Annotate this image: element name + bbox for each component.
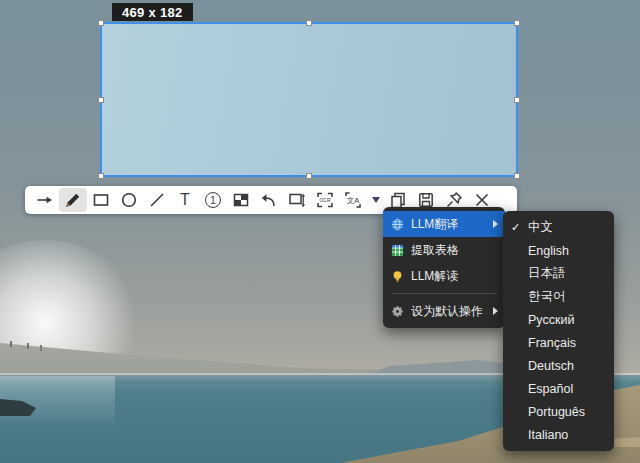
resize-handle-middle-right[interactable] (514, 97, 520, 103)
language-label: 中文 (528, 219, 553, 236)
line-icon (147, 190, 167, 210)
text-tool[interactable]: T (171, 188, 199, 212)
number-badge-icon: 1 (205, 192, 221, 208)
check-icon: ✓ (511, 221, 528, 234)
arrow-icon (35, 190, 55, 210)
scroll-capture-button[interactable] (283, 188, 311, 212)
menu-item-extract-table[interactable]: 提取表格 (383, 237, 505, 263)
translate-button[interactable]: 文A (339, 188, 367, 212)
language-label: 한국어 (528, 288, 566, 305)
selection-size-badge: 469 x 182 (112, 3, 193, 21)
language-label: Italiano (528, 428, 568, 442)
llm-context-menu: LLM翻译 提取表格 (383, 207, 505, 328)
rectangle-icon (91, 190, 111, 210)
rectangle-tool[interactable] (87, 188, 115, 212)
text-tool-icon: T (180, 192, 190, 208)
chevron-down-icon (372, 197, 380, 203)
language-label: Español (528, 382, 573, 396)
capture-selection[interactable] (100, 22, 518, 177)
mosaic-tool[interactable] (227, 188, 255, 212)
menu-item-label: LLM解读 (411, 268, 498, 285)
language-item-german[interactable]: Deutsch (503, 354, 614, 377)
menu-item-llm-interpret[interactable]: LLM解读 (383, 263, 505, 289)
resize-handle-top-right[interactable] (514, 20, 520, 26)
number-badge-tool[interactable]: 1 (199, 188, 227, 212)
llm-dropdown-button[interactable] (367, 188, 384, 212)
undo-icon (259, 190, 279, 210)
language-item-japanese[interactable]: 日本語 (503, 262, 614, 285)
ellipse-tool[interactable] (115, 188, 143, 212)
globe-icon (390, 217, 404, 231)
translate-icon: 文A (343, 190, 363, 210)
menu-separator (391, 293, 497, 294)
menu-item-label: 提取表格 (411, 242, 498, 259)
language-submenu: ✓ 中文 English 日本語 한국어 Русский Français De… (503, 211, 614, 451)
language-label: Français (528, 336, 576, 350)
submenu-arrow-icon (493, 307, 498, 315)
resize-handle-bottom-left[interactable] (98, 173, 104, 179)
distant-structures (10, 341, 12, 347)
language-item-korean[interactable]: 한국어 (503, 285, 614, 308)
ocr-icon: OCR (315, 190, 335, 210)
resize-handle-bottom-middle[interactable] (306, 173, 312, 179)
ocr-button[interactable]: OCR (311, 188, 339, 212)
resize-handle-top-left[interactable] (98, 20, 104, 26)
language-item-spanish[interactable]: Español (503, 377, 614, 400)
language-label: Русский (528, 313, 574, 327)
pencil-tool[interactable] (59, 188, 87, 212)
mosaic-icon (231, 190, 251, 210)
resize-handle-bottom-right[interactable] (514, 173, 520, 179)
arrow-tool[interactable] (31, 188, 59, 212)
pencil-icon (63, 190, 83, 210)
menu-item-llm-translate[interactable]: LLM翻译 (383, 211, 505, 237)
resize-handle-middle-left[interactable] (98, 97, 104, 103)
undo-button[interactable] (255, 188, 283, 212)
language-item-russian[interactable]: Русский (503, 308, 614, 331)
resize-handle-top-middle[interactable] (306, 20, 312, 26)
screenshot-annotation-app: 469 x 182 (0, 0, 640, 463)
bulb-icon (390, 269, 404, 283)
language-label: 日本語 (528, 265, 566, 282)
language-item-english[interactable]: English (503, 239, 614, 262)
language-label: English (528, 244, 569, 258)
menu-item-set-default-action[interactable]: 设为默认操作 (383, 298, 505, 324)
language-item-chinese[interactable]: ✓ 中文 (503, 216, 614, 239)
language-label: Português (528, 405, 585, 419)
line-tool[interactable] (143, 188, 171, 212)
submenu-arrow-icon (493, 220, 498, 228)
language-item-portuguese[interactable]: Português (503, 400, 614, 423)
language-item-italian[interactable]: Italiano (503, 423, 614, 446)
language-item-french[interactable]: Français (503, 331, 614, 354)
ellipse-icon (119, 190, 139, 210)
gear-icon (390, 304, 404, 318)
language-label: Deutsch (528, 359, 574, 373)
menu-item-label: 设为默认操作 (411, 303, 484, 320)
scroll-capture-icon (287, 190, 307, 210)
table-icon (390, 243, 404, 257)
menu-item-label: LLM翻译 (411, 216, 484, 233)
